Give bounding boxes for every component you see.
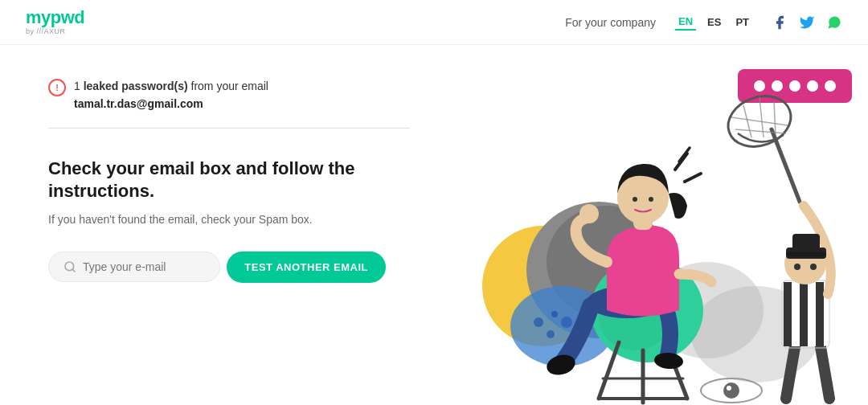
right-panel-illustration (458, 45, 868, 405)
leak-label: leaked password(s) (84, 80, 188, 92)
logo-main-text: mypwd (26, 8, 84, 27)
svg-line-37 (774, 101, 776, 135)
logo-sub-text: by ///AXUR (26, 28, 84, 36)
svg-line-34 (735, 129, 786, 133)
for-company-link[interactable]: For your company (565, 16, 656, 29)
email-input[interactable] (83, 260, 205, 273)
svg-point-54 (727, 386, 731, 391)
svg-line-35 (743, 105, 751, 137)
facebook-icon[interactable] (772, 14, 788, 31)
svg-rect-41 (784, 282, 792, 346)
lang-es-button[interactable]: ES (704, 14, 724, 30)
instructions-subtitle: If you haven't found the email, check yo… (48, 213, 410, 226)
language-switcher: EN ES PT (675, 14, 752, 31)
alert-email: tamal.tr.das@gmail.com (74, 95, 268, 112)
email-input-wrapper (48, 252, 220, 282)
svg-point-50 (794, 264, 800, 270)
social-links (772, 14, 842, 31)
svg-point-8 (561, 317, 572, 328)
svg-rect-49 (786, 252, 826, 256)
test-email-button[interactable]: TEST ANOTHER EMAIL (227, 252, 386, 283)
svg-line-28 (675, 153, 687, 170)
from-label: from your email (191, 80, 268, 92)
leak-alert: ! 1 leaked password(s) from your emailta… (48, 77, 410, 129)
svg-point-10 (551, 311, 558, 317)
svg-line-39 (820, 342, 829, 399)
search-icon (63, 260, 76, 273)
left-panel: ! 1 leaked password(s) from your emailta… (0, 45, 458, 405)
svg-point-23 (579, 204, 599, 223)
whatsapp-icon[interactable] (826, 14, 842, 31)
twitter-icon[interactable] (799, 14, 815, 31)
alert-text: 1 leaked password(s) from your emailtama… (74, 77, 268, 113)
lang-pt-button[interactable]: PT (732, 14, 752, 30)
lang-en-button[interactable]: EN (675, 14, 696, 31)
main-illustration (458, 45, 852, 405)
svg-point-51 (810, 264, 817, 270)
svg-rect-42 (800, 282, 808, 346)
svg-line-33 (731, 117, 788, 125)
svg-line-1 (72, 270, 75, 272)
svg-point-27 (649, 197, 653, 202)
logo[interactable]: mypwd by ///AXUR (26, 8, 84, 35)
svg-point-6 (534, 317, 543, 327)
email-form: TEST ANOTHER EMAIL (48, 252, 386, 283)
svg-rect-48 (792, 234, 820, 252)
instructions-title: Check your email box and follow the inst… (48, 158, 410, 203)
alert-icon: ! (48, 79, 66, 96)
svg-point-26 (633, 197, 637, 202)
svg-line-29 (685, 174, 701, 182)
svg-rect-43 (816, 282, 824, 346)
svg-point-53 (723, 382, 739, 399)
svg-point-7 (547, 330, 555, 338)
leak-count: 1 (74, 80, 84, 92)
